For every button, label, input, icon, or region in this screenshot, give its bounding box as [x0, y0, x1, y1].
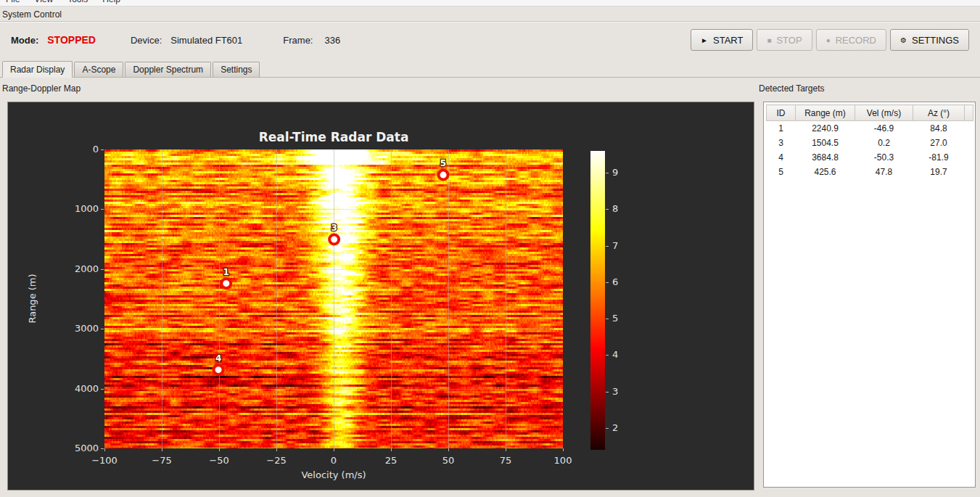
- y-tick-label: 4000: [57, 383, 99, 394]
- menu-item-tools[interactable]: Tools: [67, 0, 88, 6]
- colorbar-tick-label: 3: [612, 386, 618, 397]
- table-row[interactable]: 31504.50.227.0: [767, 136, 973, 150]
- tab-radar-display[interactable]: Radar Display: [2, 61, 73, 78]
- x-tick-label: −50: [209, 455, 228, 466]
- play-icon: ►: [701, 36, 708, 44]
- y-tick-mark: [101, 269, 104, 270]
- y-tick-label: 5000: [57, 443, 99, 453]
- x-tick-label: 0: [331, 455, 337, 466]
- x-tick-mark: [104, 448, 105, 451]
- frame-label: Frame:: [283, 35, 313, 46]
- colorbar-tick-mark: [606, 392, 609, 393]
- col-header-az[interactable]: Az (°): [913, 105, 965, 121]
- table-row[interactable]: 12240.9-46.984.8: [767, 121, 973, 136]
- main-content: Real-Time Radar Data Velocity (m/s) Rang…: [0, 102, 980, 490]
- y-tick-mark: [101, 448, 104, 449]
- frame-value: 336: [324, 35, 340, 46]
- col-header-vel[interactable]: Vel (m/s): [855, 105, 913, 121]
- y-tick-label: 2000: [57, 263, 99, 274]
- record-icon: ●: [826, 36, 831, 44]
- menu-item-help[interactable]: Help: [102, 0, 120, 6]
- y-tick-mark: [101, 209, 104, 210]
- colorbar-tick-label: 7: [612, 240, 618, 251]
- x-tick-mark: [219, 448, 220, 451]
- x-tick-label: −25: [266, 455, 286, 466]
- y-axis-label: Range (m): [27, 255, 38, 342]
- detected-targets-title: Detected Targets: [759, 83, 825, 94]
- y-tick-label: 0: [57, 144, 99, 155]
- x-tick-label: 100: [554, 455, 572, 466]
- system-control-group-title: System Control: [0, 7, 980, 21]
- table-row[interactable]: 43684.8-50.3-81.9: [767, 150, 973, 165]
- colorbar: [590, 151, 605, 450]
- colorbar-tick-label: 5: [612, 313, 618, 324]
- col-header-range[interactable]: Range (m): [796, 105, 855, 121]
- y-tick-mark: [101, 389, 104, 390]
- colorbar-tick-label: 8: [612, 203, 618, 214]
- mode-value: STOPPED: [47, 34, 96, 46]
- colorbar-tick-label: 2: [612, 422, 618, 433]
- toolbar-buttons: ► START ■ STOP ● RECORD ⚙ SETTINGS: [691, 29, 969, 51]
- colorbar-tick-mark: [606, 282, 609, 283]
- col-header-filler: [965, 105, 973, 121]
- col-header-id[interactable]: ID: [767, 105, 796, 121]
- x-tick-mark: [162, 448, 162, 451]
- section-title-row: Range-Doppler Map Detected Targets: [0, 78, 980, 102]
- colorbar-tick-mark: [606, 246, 609, 247]
- tab-doppler-spectrum[interactable]: Doppler Spectrum: [125, 62, 211, 77]
- colorbar-tick-label: 6: [612, 276, 618, 287]
- colorbar-tick-mark: [606, 209, 609, 210]
- x-tick-label: 75: [500, 455, 512, 466]
- table-row[interactable]: 5425.647.819.7: [767, 165, 973, 179]
- settings-button[interactable]: ⚙ SETTINGS: [890, 29, 969, 51]
- x-axis-label: Velocity (m/s): [104, 469, 563, 480]
- tab-bar: Radar Display A-Scope Doppler Spectrum S…: [0, 57, 980, 78]
- tab-a-scope[interactable]: A-Scope: [74, 62, 123, 77]
- stop-icon: ■: [767, 36, 771, 44]
- device-value: Simulated FT601: [170, 35, 242, 46]
- y-tick-label: 1000: [57, 203, 99, 214]
- gear-icon: ⚙: [900, 36, 907, 44]
- x-tick-label: −75: [152, 455, 171, 466]
- stop-button[interactable]: ■ STOP: [757, 29, 812, 51]
- colorbar-tick-mark: [606, 355, 609, 356]
- device-label: Device:: [131, 35, 162, 46]
- x-tick-mark: [506, 448, 506, 451]
- x-tick-mark: [391, 448, 392, 451]
- x-tick-mark: [448, 448, 449, 451]
- x-tick-label: −100: [91, 455, 118, 466]
- y-tick-label: 3000: [57, 323, 99, 334]
- menu-item-view[interactable]: View: [34, 0, 53, 6]
- table-header-row: ID Range (m) Vel (m/s) Az (°): [767, 105, 973, 121]
- colorbar-tick-mark: [606, 428, 609, 429]
- range-doppler-heatmap: [104, 149, 563, 448]
- x-tick-mark: [563, 448, 564, 451]
- chart-title: Real-Time Radar Data: [104, 130, 563, 144]
- colorbar-tick-mark: [606, 173, 609, 173]
- range-doppler-map-title: Range-Doppler Map: [2, 83, 81, 94]
- record-button[interactable]: ● RECORD: [816, 29, 886, 51]
- targets-table-body: 12240.9-46.984.831504.50.227.043684.8-50…: [767, 121, 973, 179]
- system-control-toolbar: Mode: STOPPED Device: Simulated FT601 Fr…: [0, 22, 980, 57]
- x-tick-label: 25: [385, 455, 398, 466]
- menu-item-file[interactable]: File: [6, 0, 20, 6]
- start-button[interactable]: ► START: [691, 29, 753, 51]
- colorbar-tick-label: 4: [612, 349, 618, 360]
- y-tick-mark: [101, 329, 104, 329]
- range-doppler-plot-panel: Real-Time Radar Data Velocity (m/s) Rang…: [7, 102, 754, 490]
- tab-settings[interactable]: Settings: [213, 62, 260, 77]
- x-tick-mark: [276, 448, 277, 451]
- detected-targets-panel: ID Range (m) Vel (m/s) Az (°) 12240.9-46…: [763, 102, 976, 488]
- y-tick-mark: [101, 149, 104, 150]
- colorbar-tick-mark: [606, 319, 609, 319]
- detected-targets-table: ID Range (m) Vel (m/s) Az (°) 12240.9-46…: [766, 104, 973, 179]
- x-tick-label: 50: [442, 455, 455, 466]
- x-tick-mark: [334, 448, 334, 451]
- menu-bar: File View Tools Help: [0, 0, 980, 7]
- colorbar-tick-label: 9: [612, 167, 618, 178]
- mode-label: Mode:: [11, 35, 38, 46]
